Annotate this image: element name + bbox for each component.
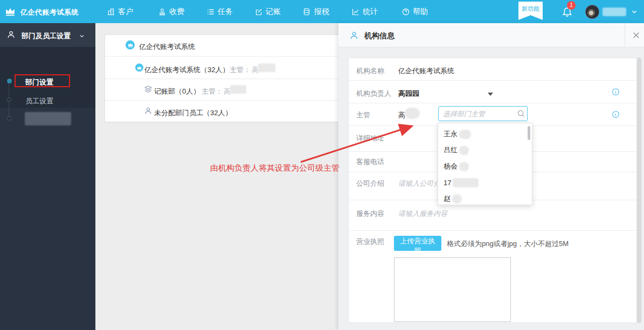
owner-dropdown-caret[interactable] — [488, 93, 493, 96]
crown-org-icon — [135, 64, 143, 72]
dropdown-item[interactable]: 吕红 — [444, 142, 524, 158]
divider — [105, 56, 338, 57]
info-icon[interactable] — [612, 88, 620, 96]
org-info-panel: 机构信息 机构名称 亿企代账考试系统 机构负责人 高园园 主管 高 — [338, 23, 644, 330]
notification-count-badge: 1 — [567, 1, 576, 10]
dropdown-item-prefix: 17 — [444, 179, 451, 187]
chevron-down-icon — [79, 33, 85, 39]
nav-tax[interactable]: 报税 — [303, 0, 329, 23]
panel-header: 机构信息 — [338, 23, 644, 47]
row-text: 记账部（0人） — [154, 87, 200, 96]
dropdown-item[interactable]: 17 — [444, 174, 524, 191]
edit-square-icon — [254, 8, 263, 16]
info-icon[interactable] — [612, 110, 620, 118]
field-value-org-owner: 高园园 — [398, 89, 419, 99]
field-label-license: 营业执照 — [356, 237, 384, 247]
nav-label: 客户 — [118, 7, 133, 17]
nav-label: 任务 — [218, 7, 233, 17]
stamp-icon — [158, 8, 167, 16]
item-dot — [7, 97, 11, 102]
sidebar-group-dept-employee[interactable]: 部门及员工设置 — [0, 23, 95, 47]
manager-label: 主管： — [230, 65, 251, 75]
sidebar-submenu: 部门设置 员工设置 — [0, 47, 95, 108]
divider — [349, 230, 636, 231]
user-name-redacted — [603, 8, 626, 16]
nav-label: 报税 — [314, 7, 329, 17]
upload-hint: 格式必须为png或者jpg，大小不超过5M — [447, 239, 569, 249]
sidebar-item-department-settings[interactable]: 部门设置 — [25, 78, 53, 87]
name-redacted — [459, 130, 471, 139]
person-icon — [6, 30, 16, 39]
name-redacted — [459, 146, 469, 155]
department-list-card: 亿企代账考试系统 亿企代账考试系统（32人） 主管： 高 记账部（0人） 主管：… — [105, 34, 338, 122]
nav-customers[interactable]: 客户 — [107, 0, 133, 23]
search-icon — [517, 109, 525, 118]
divider — [349, 103, 636, 103]
new-feature-label: 新功能 — [518, 5, 543, 13]
item-dot — [7, 116, 11, 121]
crown-logo-icon — [5, 7, 16, 16]
nav-label: 统计 — [363, 7, 378, 17]
name-redacted — [459, 162, 469, 171]
dropdown-item-prefix: 吕红 — [444, 145, 458, 155]
user-avatar[interactable] — [585, 5, 599, 19]
field-label-org-name: 机构名称 — [356, 66, 384, 76]
nav-statistics[interactable]: 统计 — [351, 0, 378, 23]
chevron-down-icon[interactable] — [631, 8, 638, 16]
supervisor-name-redacted — [405, 108, 420, 119]
nav-fees[interactable]: 收费 — [158, 0, 184, 23]
sidebar-item-redacted[interactable] — [25, 112, 71, 125]
field-value-org-name: 亿企代账考试系统 — [398, 66, 454, 76]
license-preview-box[interactable] — [394, 257, 511, 322]
field-label-service: 服务内容 — [356, 209, 384, 219]
nav-label: 收费 — [169, 7, 184, 17]
manager-name-redacted — [230, 85, 246, 94]
service-placeholder[interactable]: 请输入服务内容 — [398, 209, 447, 219]
divider — [349, 80, 636, 81]
panel-scrollbar[interactable] — [637, 58, 641, 323]
field-label-intro: 公司介绍 — [356, 179, 384, 188]
app-title: 亿企代账考试系统 — [20, 8, 79, 17]
manager-label: 主管： — [202, 87, 223, 96]
divider — [105, 100, 338, 101]
dropdown-item[interactable]: 赵 — [444, 191, 524, 205]
supervisor-dropdown: 王永 吕红 杨会 17 赵 — [438, 123, 532, 205]
annotation-text: 由机构负责人将其设置为公司级主管 — [210, 163, 340, 173]
row-text: 未分配部门员工（32人） — [154, 108, 232, 118]
sidebar: 部门及员工设置 部门设置 员工设置 — [0, 23, 95, 330]
dropdown-item[interactable]: 杨会 — [444, 158, 524, 174]
sidebar-item-employee-settings[interactable]: 员工设置 — [25, 96, 53, 106]
user-icon — [144, 107, 153, 115]
crown-org-icon — [126, 40, 135, 50]
topbar: 亿企代账考试系统 客户 收费 任务 记账 报税 统计 帮助 — [0, 0, 644, 23]
close-icon[interactable] — [632, 31, 641, 40]
field-label-org-owner: 机构负责人 — [356, 89, 391, 99]
dropdown-item-prefix: 赵 — [444, 194, 451, 203]
chart-line-icon — [351, 8, 360, 16]
new-feature-badge[interactable]: 新功能 — [518, 2, 543, 20]
nav-bookkeeping[interactable]: 记账 — [254, 0, 281, 23]
coins-icon — [303, 8, 311, 16]
panel-title: 机构信息 — [364, 31, 394, 41]
manager-name-redacted — [258, 64, 275, 72]
nav-tasks[interactable]: 任务 — [206, 0, 233, 23]
nav-label: 记账 — [266, 7, 281, 17]
dropdown-item[interactable]: 王永 — [444, 126, 524, 142]
supervisor-name-prefix: 高 — [398, 110, 405, 120]
building-icon — [107, 8, 115, 16]
nav-help[interactable]: 帮助 — [401, 0, 428, 23]
dropdown-scrollbar-thumb[interactable] — [528, 126, 530, 140]
person-icon — [349, 31, 359, 40]
active-item-dot — [7, 79, 12, 83]
dropdown-item-prefix: 杨会 — [444, 162, 458, 171]
row-text: 亿企代账考试系统（32人） — [144, 65, 229, 75]
question-circle-icon — [401, 8, 410, 16]
field-label-phone: 客服电话 — [356, 157, 384, 167]
name-redacted — [452, 194, 462, 203]
field-label-supervisor: 主管 — [356, 110, 370, 120]
supervisor-search-input[interactable] — [438, 106, 528, 121]
upload-license-button[interactable]: 上传营业执照 — [394, 236, 441, 251]
layers-icon — [144, 85, 153, 94]
list-icon — [206, 8, 215, 16]
nav-label: 帮助 — [413, 7, 428, 17]
